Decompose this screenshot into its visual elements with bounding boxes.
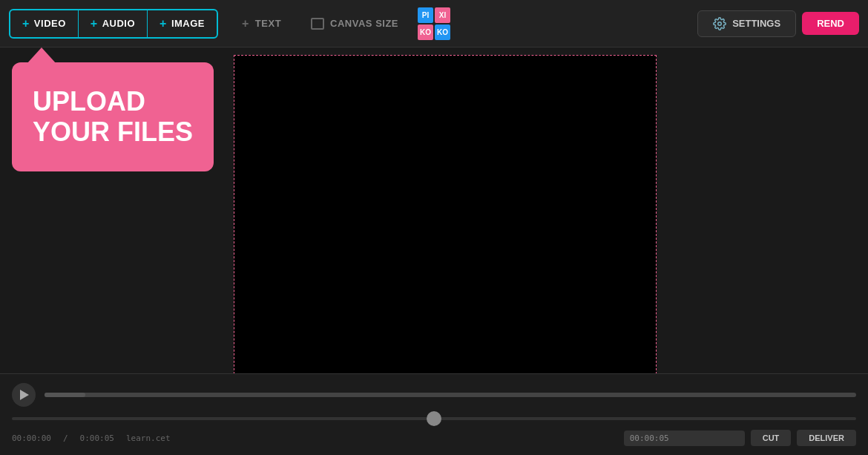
cut-button[interactable]: CUT bbox=[751, 430, 792, 446]
scrub-time-input[interactable] bbox=[624, 431, 745, 446]
scrubber-row[interactable] bbox=[12, 410, 856, 427]
logo-cell-pi: PI bbox=[418, 7, 433, 23]
upload-text: UPLOAD YOUR FILES bbox=[33, 86, 193, 148]
settings-button[interactable]: SETTINGS bbox=[697, 10, 796, 37]
deliver-button[interactable]: DELIVER bbox=[797, 430, 856, 446]
logo-cell-ko2: KO bbox=[435, 24, 450, 40]
top-nav: + VIDEO + AUDIO + IMAGE + TEXT CANVAS SI… bbox=[0, 0, 868, 48]
bottom-controls: 00:00:00 / 0:00:05 learn.cet CUT DELIVER bbox=[0, 373, 868, 455]
audio-label: AUDIO bbox=[102, 18, 135, 29]
logo-cell-xi: XI bbox=[435, 7, 450, 23]
canvas-preview bbox=[234, 55, 657, 382]
timeline-track[interactable] bbox=[45, 393, 856, 397]
canvas-size-label: CANVAS SIZE bbox=[330, 18, 398, 29]
time-separator: / bbox=[63, 433, 68, 443]
plus-icon-video: + bbox=[22, 17, 30, 30]
settings-label: SETTINGS bbox=[732, 18, 780, 29]
plus-icon-text: + bbox=[242, 17, 249, 30]
render-label: REND bbox=[817, 18, 844, 29]
nav-right: SETTINGS REND bbox=[697, 10, 859, 37]
canvas-size-icon bbox=[311, 18, 324, 30]
canvas-size-button[interactable]: CANVAS SIZE bbox=[299, 12, 410, 36]
timeline-progress bbox=[45, 393, 85, 397]
time-total: 0:00:05 bbox=[80, 433, 114, 443]
play-icon bbox=[20, 390, 29, 400]
time-current: 00:00:00 bbox=[12, 433, 51, 443]
timeline-row bbox=[12, 380, 856, 410]
main-content: UPLOAD YOUR FILES 00:00:00 / bbox=[0, 48, 868, 455]
video-label: VIDEO bbox=[34, 18, 66, 29]
upload-card[interactable]: UPLOAD YOUR FILES bbox=[12, 62, 214, 171]
bottom-bar: 00:00:00 / 0:00:05 learn.cet CUT DELIVER bbox=[12, 427, 856, 449]
audio-button[interactable]: + AUDIO bbox=[79, 11, 147, 36]
svg-point-0 bbox=[718, 22, 722, 25]
nav-left: + VIDEO + AUDIO + IMAGE + TEXT CANVAS SI… bbox=[9, 9, 410, 39]
canvas-area bbox=[234, 55, 657, 382]
video-button[interactable]: + VIDEO bbox=[10, 11, 78, 36]
logo-grid: PI XI KO KO bbox=[418, 7, 450, 40]
media-button-group: + VIDEO + AUDIO + IMAGE bbox=[9, 9, 218, 39]
time-marker: learn.cet bbox=[126, 433, 171, 443]
gear-icon bbox=[713, 17, 726, 30]
image-label: IMAGE bbox=[171, 18, 205, 29]
text-label: TEXT bbox=[255, 18, 281, 29]
play-button[interactable] bbox=[12, 383, 36, 407]
render-button[interactable]: REND bbox=[802, 12, 859, 35]
text-button[interactable]: + TEXT bbox=[230, 11, 293, 36]
plus-icon-image: + bbox=[160, 17, 167, 30]
logo: PI XI KO KO bbox=[418, 7, 450, 40]
bottom-actions: CUT DELIVER bbox=[624, 430, 856, 446]
plus-icon-audio: + bbox=[91, 17, 98, 30]
image-button[interactable]: + IMAGE bbox=[148, 11, 217, 36]
scrubber-handle[interactable] bbox=[427, 411, 441, 426]
logo-cell-ko: KO bbox=[418, 24, 433, 40]
